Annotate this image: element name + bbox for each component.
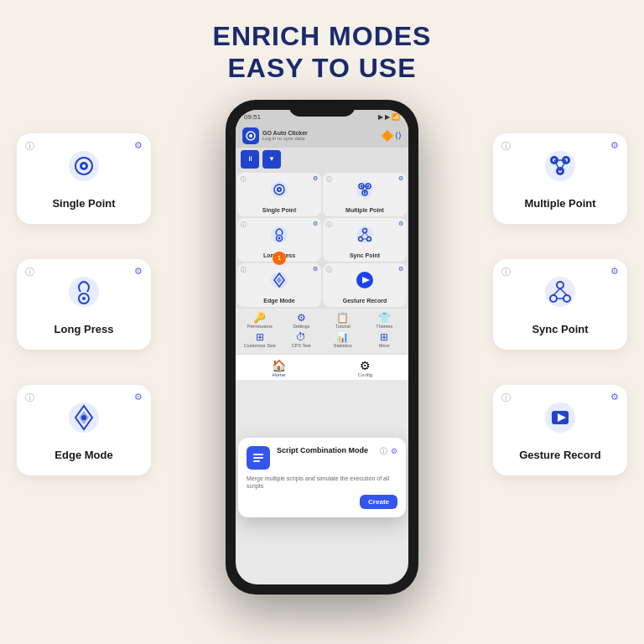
bottom-nav-grid: 🔑 Permissions ⚙ Settings 📋 Tutorial (236, 309, 408, 354)
cell-label-edge: Edge Mode (241, 298, 318, 304)
status-icons: ▶ ▶ 📶 (378, 113, 400, 121)
gear-icon-single: ⚙ (134, 140, 143, 151)
cell-label-multiple: Multiple Point (326, 207, 403, 213)
nav-customize[interactable]: ⊞ Customize Size (242, 331, 278, 348)
popup-gear-icon: ⚙ (391, 447, 397, 455)
cell-edge-mode[interactable]: ⓘ ⚙ Edge Mode (237, 263, 321, 307)
nav-label-settings: Settings (283, 324, 319, 329)
phone-body: 09:51 ▶ ▶ 📶 GO Auto Clicker (226, 100, 418, 595)
main-layout: ⓘ ⚙ Single Point ⓘ ⚙ Long Press ⓘ ⚙ (0, 100, 644, 644)
pause-button[interactable]: ⏸ (241, 150, 259, 169)
cell-multiple-point[interactable]: ⓘ ⚙ (323, 173, 407, 216)
card-multiple-point[interactable]: ⓘ ⚙ Multiple Point (493, 133, 627, 224)
gesture-record-label: Gesture Record (519, 449, 601, 461)
controls-bar: ⏸ ▼ (236, 148, 408, 171)
script-description: Merge multiple scripts and simulate the … (247, 475, 397, 490)
tab-label-home: Home (272, 372, 286, 377)
gear-icon-gesture: ⚙ (610, 392, 619, 402)
info-icon-multiple: ⓘ (501, 140, 511, 153)
multiple-point-icon (542, 148, 579, 192)
nav-more[interactable]: ⊞ More (366, 331, 402, 348)
title-line2: EASY TO USE (0, 52, 644, 84)
cell-sync-point[interactable]: ⓘ ⚙ (323, 218, 407, 262)
cell-icon-multiple (326, 178, 403, 205)
edge-mode-label: Edge Mode (55, 449, 112, 461)
svg-rect-60 (253, 460, 260, 462)
popup-actions: Create (247, 495, 397, 509)
premium-icon (382, 130, 393, 142)
badge-1: 1 (273, 252, 286, 265)
info-icon-longpress: ⓘ (25, 266, 34, 278)
popup-title-text: Script Combination Mode (277, 446, 368, 455)
cell-label-gesture: Gesture Record (326, 298, 403, 304)
cell-long-press[interactable]: ⓘ ⚙ Long Press 1 (237, 218, 321, 262)
header-left: GO Auto Clicker Log in to sync data (242, 127, 308, 144)
nav-tutorial[interactable]: 📋 Tutorial (325, 312, 361, 329)
popup-header: Script Combination Mode ⓘ ⚙ (247, 446, 397, 470)
cell-label-single: Single Point (241, 207, 318, 213)
multiple-point-label: Multiple Point (524, 197, 595, 210)
long-press-label: Long Press (55, 323, 114, 335)
single-point-icon (65, 148, 102, 192)
edge-mode-icon (65, 399, 102, 444)
share-icon: ⟨⟩ (395, 131, 402, 140)
nav-label-customize: Customize Size (242, 343, 278, 348)
nav-label-statistics: Statistics (325, 343, 361, 348)
svg-point-6 (82, 297, 86, 300)
nav-label-tutorial: Tutorial (325, 324, 361, 329)
gear-icon-multiple: ⚙ (610, 140, 619, 151)
card-edge-mode[interactable]: ⓘ ⚙ Edge Mode (17, 385, 151, 475)
svg-point-9 (545, 151, 575, 181)
cell-icon-single (241, 178, 318, 205)
tab-config[interactable]: ⚙ Config (358, 359, 372, 377)
tab-home[interactable]: 🏠 Home (272, 359, 286, 377)
nav-settings[interactable]: ⚙ Settings (283, 312, 319, 329)
nav-label-themes: Themes (366, 324, 402, 329)
card-sync-point[interactable]: ⓘ ⚙ Sync Point (493, 259, 627, 350)
nav-themes[interactable]: 👕 Themes (366, 312, 402, 329)
app-name: GO Auto Clicker (262, 130, 308, 136)
info-icon-edge: ⓘ (25, 392, 34, 404)
tab-bar: 🏠 Home ⚙ Config (236, 354, 408, 380)
script-title: Script Combination Mode (277, 446, 368, 455)
single-point-label: Single Point (52, 197, 115, 210)
config-icon: ⚙ (358, 359, 372, 372)
nav-cps[interactable]: ⏱ CPS Test (283, 331, 319, 348)
svg-point-3 (82, 164, 86, 168)
app-sub: Log in to sync data (262, 136, 308, 141)
card-gesture-record[interactable]: ⓘ ⚙ Gesture Record (493, 385, 627, 475)
cell-icon-longpress (241, 223, 318, 251)
gear-icon-sync: ⚙ (610, 266, 619, 277)
nav-label-more: More (366, 343, 402, 348)
popup-info-icon: ⓘ (380, 446, 387, 457)
home-icon: 🏠 (272, 359, 286, 372)
tab-label-config: Config (358, 372, 372, 377)
nav-row-1: 🔑 Permissions ⚙ Settings 📋 Tutorial (239, 312, 405, 329)
info-icon-sync: ⓘ (501, 266, 511, 278)
script-icon (247, 446, 270, 470)
cell-gesture-record[interactable]: ⓘ ⚙ Gesture Record (323, 263, 407, 307)
svg-point-30 (249, 134, 252, 138)
nav-statistics[interactable]: 📊 Statistics (325, 331, 361, 348)
cell-single-point[interactable]: ⓘ ⚙ Single Point (237, 173, 321, 216)
nav-permissions[interactable]: 🔑 Permissions (242, 312, 278, 329)
nav-row-2: ⊞ Customize Size ⏱ CPS Test 📊 Statistics (239, 331, 405, 348)
svg-rect-58 (253, 454, 263, 455)
cell-icon-sync (326, 223, 403, 251)
script-combination-popup: Script Combination Mode ⓘ ⚙ Merge multip… (238, 438, 406, 517)
svg-point-34 (278, 189, 280, 190)
app-icon (242, 127, 259, 144)
card-long-press[interactable]: ⓘ ⚙ Long Press (17, 259, 151, 350)
create-button[interactable]: Create (360, 495, 397, 509)
long-press-icon (65, 273, 102, 318)
sync-point-label: Sync Point (532, 323, 588, 335)
phone-mockup: 09:51 ▶ ▶ 📶 GO Auto Clicker (226, 100, 418, 595)
cell-icon-edge (241, 268, 318, 296)
svg-point-8 (81, 415, 86, 420)
down-button[interactable]: ▼ (262, 150, 281, 169)
app-header: GO Auto Clicker Log in to sync data ⟨⟩ (236, 124, 408, 148)
cell-label-sync: Sync Point (326, 252, 403, 258)
card-single-point[interactable]: ⓘ ⚙ Single Point (17, 133, 151, 224)
gear-icon-edge: ⚙ (134, 392, 143, 402)
gesture-record-icon (542, 399, 579, 444)
